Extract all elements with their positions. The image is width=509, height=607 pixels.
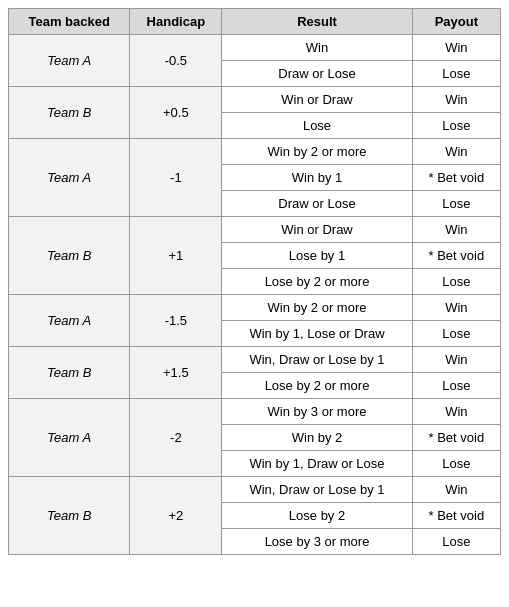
- table-row: Team A-1Win by 2 or moreWin: [9, 139, 501, 165]
- payout-cell: * Bet void: [412, 503, 500, 529]
- result-cell: Draw or Lose: [222, 191, 412, 217]
- result-cell: Win by 2 or more: [222, 295, 412, 321]
- team-cell: Team A: [9, 399, 130, 477]
- result-cell: Lose by 1: [222, 243, 412, 269]
- handicap-table: Team backed Handicap Result Payout Team …: [8, 8, 501, 555]
- result-cell: Win by 1: [222, 165, 412, 191]
- payout-cell: Win: [412, 295, 500, 321]
- table-row: Team B+0.5Win or DrawWin: [9, 87, 501, 113]
- payout-cell: Win: [412, 347, 500, 373]
- result-cell: Win by 1, Lose or Draw: [222, 321, 412, 347]
- col-header-handicap: Handicap: [130, 9, 222, 35]
- payout-cell: Lose: [412, 373, 500, 399]
- payout-cell: Lose: [412, 321, 500, 347]
- result-cell: Draw or Lose: [222, 61, 412, 87]
- handicap-cell: -0.5: [130, 35, 222, 87]
- team-cell: Team A: [9, 295, 130, 347]
- result-cell: Lose by 2 or more: [222, 373, 412, 399]
- payout-cell: Lose: [412, 191, 500, 217]
- result-cell: Win or Draw: [222, 87, 412, 113]
- payout-cell: Win: [412, 87, 500, 113]
- payout-cell: Lose: [412, 451, 500, 477]
- col-header-payout: Payout: [412, 9, 500, 35]
- table-row: Team A-1.5Win by 2 or moreWin: [9, 295, 501, 321]
- result-cell: Lose: [222, 113, 412, 139]
- result-cell: Lose by 2: [222, 503, 412, 529]
- result-cell: Win by 1, Draw or Lose: [222, 451, 412, 477]
- result-cell: Lose by 3 or more: [222, 529, 412, 555]
- result-cell: Lose by 2 or more: [222, 269, 412, 295]
- payout-cell: Win: [412, 35, 500, 61]
- result-cell: Win, Draw or Lose by 1: [222, 477, 412, 503]
- result-cell: Win: [222, 35, 412, 61]
- team-cell: Team A: [9, 35, 130, 87]
- col-header-result: Result: [222, 9, 412, 35]
- team-cell: Team B: [9, 347, 130, 399]
- result-cell: Win by 3 or more: [222, 399, 412, 425]
- handicap-cell: -1.5: [130, 295, 222, 347]
- payout-cell: * Bet void: [412, 243, 500, 269]
- result-cell: Win, Draw or Lose by 1: [222, 347, 412, 373]
- handicap-cell: +0.5: [130, 87, 222, 139]
- handicap-cell: +1: [130, 217, 222, 295]
- handicap-cell: +1.5: [130, 347, 222, 399]
- payout-cell: Win: [412, 139, 500, 165]
- table-row: Team A-2Win by 3 or moreWin: [9, 399, 501, 425]
- result-cell: Win by 2 or more: [222, 139, 412, 165]
- team-cell: Team B: [9, 87, 130, 139]
- table-row: Team A-0.5WinWin: [9, 35, 501, 61]
- team-cell: Team B: [9, 217, 130, 295]
- result-cell: Win by 2: [222, 425, 412, 451]
- table-row: Team B+2Win, Draw or Lose by 1Win: [9, 477, 501, 503]
- payout-cell: Win: [412, 217, 500, 243]
- col-header-team: Team backed: [9, 9, 130, 35]
- team-cell: Team A: [9, 139, 130, 217]
- payout-cell: * Bet void: [412, 425, 500, 451]
- payout-cell: Lose: [412, 269, 500, 295]
- payout-cell: Lose: [412, 113, 500, 139]
- handicap-cell: -1: [130, 139, 222, 217]
- payout-cell: Win: [412, 477, 500, 503]
- table-row: Team B+1.5Win, Draw or Lose by 1Win: [9, 347, 501, 373]
- handicap-cell: +2: [130, 477, 222, 555]
- payout-cell: * Bet void: [412, 165, 500, 191]
- payout-cell: Lose: [412, 529, 500, 555]
- result-cell: Win or Draw: [222, 217, 412, 243]
- payout-cell: Lose: [412, 61, 500, 87]
- payout-cell: Win: [412, 399, 500, 425]
- team-cell: Team B: [9, 477, 130, 555]
- handicap-cell: -2: [130, 399, 222, 477]
- table-row: Team B+1Win or DrawWin: [9, 217, 501, 243]
